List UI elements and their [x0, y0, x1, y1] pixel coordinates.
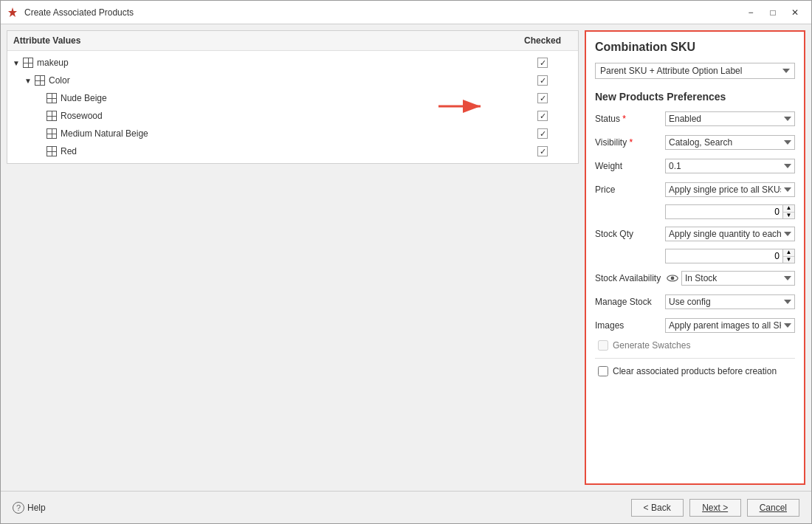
images-row: Images Apply parent images to all SKUs — [595, 317, 795, 334]
grid-icon-mnb — [46, 128, 58, 139]
clear-products-checkbox[interactable] — [598, 366, 608, 376]
tree-row-medium-natural-beige: Medium Natural Beige ✓ — [7, 125, 578, 142]
main-content: Attribute Values Checked ▼ makeup — [1, 24, 811, 491]
stock-qty-spin-down[interactable]: ▼ — [783, 257, 794, 263]
weight-dropdown[interactable]: 0.1 — [665, 159, 795, 173]
window-title: Create Associated Products — [24, 7, 134, 18]
weight-label: Weight — [595, 161, 665, 171]
svg-marker-0 — [8, 7, 17, 17]
red-arrow-annotation — [435, 95, 486, 120]
price-row: Price Apply single price to all SKUs Use… — [595, 181, 795, 199]
grid-icon-makeup — [22, 57, 34, 69]
checkbox-red[interactable]: ✓ — [537, 146, 548, 156]
weight-control: 0.1 — [665, 159, 795, 173]
generate-swatches-label: Generate Swatches — [613, 340, 690, 351]
tree-item-mnb-content: Medium Natural Beige — [34, 128, 513, 139]
grid-icon-nude-beige — [46, 92, 58, 104]
checkbox-nude-beige[interactable]: ✓ — [537, 93, 548, 103]
tree-item-makeup-content: ▼ makeup — [10, 57, 513, 69]
visibility-control: Catalog, Search Catalog Search Not Visib… — [665, 135, 795, 150]
price-dropdown[interactable]: Apply single price to all SKUs Use attri… — [665, 182, 795, 197]
bottom-bar: ? Help < Back Next > Cancel — [1, 491, 811, 523]
status-label: Status — [595, 114, 665, 124]
generate-swatches-checkbox[interactable] — [598, 340, 608, 351]
sku-dropdown-row: Parent SKU + Attribute Option Label — [595, 63, 795, 79]
label-red: Red — [61, 146, 77, 156]
title-bar: Create Associated Products − □ ✕ — [1, 1, 811, 24]
checkbox-col-red: ✓ — [513, 146, 572, 156]
manage-stock-control: Use config Yes No — [665, 294, 795, 309]
status-row: Status Enabled Disabled — [595, 110, 795, 128]
weight-row: Weight 0.1 — [595, 157, 795, 175]
grid-icon-red — [46, 145, 58, 157]
checkbox-rosewood[interactable]: ✓ — [537, 111, 548, 121]
stock-qty-dropdown[interactable]: Apply single quantity to each SKU — [665, 227, 795, 241]
tree-row-rosewood: Rosewood ✓ — [7, 107, 578, 125]
images-control: Apply parent images to all SKUs — [665, 318, 795, 333]
tree-row-red: Red ✓ — [7, 142, 578, 160]
stock-qty-row: Stock Qty Apply single quantity to each … — [595, 225, 795, 243]
visibility-dropdown[interactable]: Catalog, Search Catalog Search Not Visib… — [665, 135, 795, 150]
grid-icon-color — [34, 75, 46, 86]
label-color: Color — [49, 75, 70, 86]
clear-products-row: Clear associated products before creatio… — [598, 366, 795, 376]
checkbox-col-nude-beige: ✓ — [513, 93, 572, 103]
back-button[interactable]: < Back — [631, 499, 684, 517]
price-spin-down[interactable]: ▼ — [783, 213, 794, 219]
status-control: Enabled Disabled — [665, 111, 795, 126]
help-label: Help — [27, 503, 46, 513]
help-link[interactable]: ? Help — [13, 502, 46, 514]
app-icon — [7, 7, 18, 18]
checkbox-makeup[interactable]: ✓ — [537, 58, 548, 68]
price-value-input[interactable] — [666, 205, 782, 218]
help-icon: ? — [13, 502, 24, 514]
images-label: Images — [595, 320, 665, 331]
price-value-row: ▲ ▼ — [595, 204, 795, 219]
tree-row-makeup: ▼ makeup ✓ — [7, 54, 578, 72]
manage-stock-dropdown[interactable]: Use config Yes No — [665, 294, 795, 309]
title-bar-left: Create Associated Products — [7, 7, 134, 18]
images-dropdown[interactable]: Apply parent images to all SKUs — [665, 318, 795, 333]
title-bar-buttons: − □ ✕ — [740, 4, 805, 21]
main-window: Create Associated Products − □ ✕ Attribu… — [0, 0, 812, 524]
checked-header: Checked — [513, 35, 572, 46]
left-panel: Attribute Values Checked ▼ makeup — [7, 30, 579, 164]
stock-qty-value-row: ▲ ▼ — [595, 249, 795, 263]
nav-buttons: < Back Next > Cancel — [631, 499, 799, 517]
tree-item-red-content: Red — [34, 145, 513, 157]
label-nude-beige: Nude Beige — [61, 93, 107, 103]
generate-swatches-row: Generate Swatches — [598, 340, 795, 351]
maximize-button[interactable]: □ — [763, 4, 783, 21]
checkbox-col-rosewood: ✓ — [513, 111, 572, 121]
expand-makeup[interactable]: ▼ — [10, 57, 22, 69]
stock-availability-label: Stock Availability — [595, 273, 665, 283]
stock-availability-dropdown[interactable]: In Stock Out of Stock — [681, 271, 795, 286]
minimize-button[interactable]: − — [740, 4, 761, 21]
visibility-label: Visibility — [595, 137, 665, 148]
checkbox-col-mnb: ✓ — [513, 128, 572, 139]
next-button[interactable]: Next > — [689, 499, 741, 517]
stock-qty-control: Apply single quantity to each SKU — [665, 227, 795, 241]
checkbox-color[interactable]: ✓ — [537, 75, 548, 86]
combination-sku-title: Combination SKU — [595, 41, 795, 54]
status-dropdown[interactable]: Enabled Disabled — [665, 111, 795, 126]
close-button[interactable]: ✕ — [785, 4, 805, 21]
label-makeup: makeup — [37, 58, 69, 68]
checkbox-mnb[interactable]: ✓ — [537, 128, 548, 139]
eye-icon — [665, 272, 680, 284]
clear-products-label: Clear associated products before creatio… — [613, 366, 777, 376]
stock-availability-row: Stock Availability In Stock Out of Stock — [595, 269, 795, 287]
sku-dropdown[interactable]: Parent SKU + Attribute Option Label — [595, 63, 795, 79]
grid-icon-rosewood — [46, 110, 58, 122]
stock-qty-value-input[interactable] — [666, 249, 782, 263]
tree-item-color-content: ▼ Color — [22, 75, 513, 86]
price-control: Apply single price to all SKUs Use attri… — [665, 182, 795, 197]
expand-color[interactable]: ▼ — [22, 75, 34, 86]
panel-header: Attribute Values Checked — [7, 31, 578, 51]
right-panel: Combination SKU Parent SKU + Attribute O… — [585, 30, 805, 485]
manage-stock-row: Manage Stock Use config Yes No — [595, 293, 795, 311]
cancel-button[interactable]: Cancel — [747, 499, 799, 517]
label-mnb: Medium Natural Beige — [61, 128, 148, 139]
price-label: Price — [595, 185, 665, 195]
stock-availability-control: In Stock Out of Stock — [665, 271, 795, 286]
